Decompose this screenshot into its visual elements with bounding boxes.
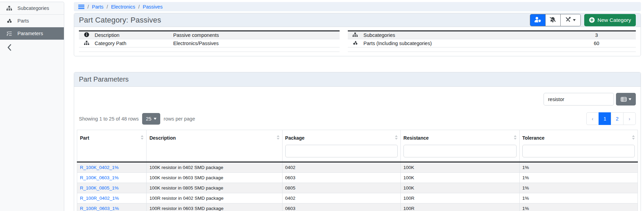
info-row: Subcategories 3 bbox=[348, 31, 636, 39]
table-header-row: Part Description Package bbox=[77, 130, 638, 162]
cell-description: 100K resistor in 0402 SMD package bbox=[147, 162, 282, 173]
column-header-resistance[interactable]: Resistance bbox=[400, 130, 519, 162]
cell-description: 100K resistor in 0603 SMD package bbox=[147, 173, 282, 183]
page-size-value: 25 bbox=[146, 116, 151, 122]
part-parameters-body: Showing 1 to 25 of 48 rows 25 rows per p… bbox=[74, 87, 641, 211]
shapes-icon bbox=[348, 39, 361, 47]
sidebar-item-parts[interactable]: Parts bbox=[0, 15, 64, 27]
part-link[interactable]: R_100K_0603_1% bbox=[80, 175, 119, 180]
column-header-tolerance[interactable]: Tolerance bbox=[519, 130, 638, 162]
info-row: Description Passive components bbox=[79, 31, 340, 39]
showing-rows-text: Showing 1 to 25 of 48 rows bbox=[79, 116, 139, 122]
cell-package: 0402 bbox=[282, 162, 400, 173]
cell-package: 0805 bbox=[282, 183, 400, 193]
chevron-left-icon bbox=[7, 44, 12, 52]
tools-dropdown-button[interactable] bbox=[560, 14, 580, 26]
table-toolbar bbox=[77, 93, 638, 106]
info-row: Category Path Electronics/Passives bbox=[79, 39, 340, 47]
sidebar-item-parameters[interactable]: Parameters bbox=[0, 27, 64, 40]
sidebar: Subcategories Parts Parameters bbox=[0, 2, 64, 211]
info-label: Parts (Including subcategories) bbox=[361, 39, 557, 47]
cell-description: 100K resistor in 0805 SMD package bbox=[147, 183, 282, 193]
filter-tolerance-input[interactable] bbox=[522, 145, 635, 157]
info-label: Description bbox=[92, 31, 170, 39]
list-check-icon bbox=[6, 31, 12, 36]
cell-description: 100R resistor in 0603 SMD package bbox=[147, 203, 282, 211]
sidebar-item-label: Parameters bbox=[17, 31, 43, 36]
pagination: ‹ 1 2 › bbox=[586, 112, 636, 125]
pagination-page-1[interactable]: 1 bbox=[599, 112, 611, 125]
part-parameters-card: Part Parameters Sho bbox=[74, 72, 641, 211]
caret-down-icon bbox=[573, 19, 576, 21]
caret-down-icon bbox=[629, 98, 631, 100]
breadcrumb-separator: / bbox=[87, 4, 89, 10]
sort-icon bbox=[514, 135, 517, 141]
column-header-package[interactable]: Package bbox=[282, 130, 400, 162]
part-link[interactable]: R_100K_0805_1% bbox=[80, 185, 119, 191]
app-root: Subcategories Parts Parameters / bbox=[0, 0, 644, 211]
pagination-info: Showing 1 to 25 of 48 rows 25 rows per p… bbox=[79, 113, 195, 125]
cell-resistance: 100K bbox=[400, 173, 519, 183]
part-link[interactable]: R_100K_0402_1% bbox=[80, 165, 119, 170]
cell-resistance: 100R bbox=[400, 193, 519, 203]
sidebar-item-label: Subcategories bbox=[17, 5, 49, 11]
search-input[interactable] bbox=[544, 93, 614, 106]
sitemap-icon bbox=[6, 6, 12, 11]
info-value: Passive components bbox=[170, 31, 340, 39]
breadcrumb-link-parts[interactable]: Parts bbox=[92, 4, 104, 10]
sidebar-item-subcategories[interactable]: Subcategories bbox=[0, 2, 64, 15]
pagination-page-2[interactable]: 2 bbox=[611, 112, 624, 125]
sidebar-item-label: Parts bbox=[17, 18, 29, 24]
breadcrumb-separator: / bbox=[107, 4, 108, 10]
table-row: R_100K_0603_1% 100K resistor in 0603 SMD… bbox=[77, 173, 638, 183]
sitemap-icon bbox=[79, 39, 92, 47]
hamburger-icon[interactable] bbox=[78, 4, 84, 9]
screwdriver-wrench-icon bbox=[565, 17, 571, 23]
column-label: Part bbox=[80, 135, 89, 141]
cell-resistance: 100R bbox=[400, 203, 519, 211]
new-category-label: New Category bbox=[598, 17, 631, 23]
table-row: R_100R_0603_1% 100R resistor in 0603 SMD… bbox=[77, 203, 638, 211]
user-shield-icon bbox=[534, 17, 541, 24]
part-link[interactable]: R_100R_0402_1% bbox=[80, 196, 119, 201]
part-link[interactable]: R_100R_0603_1% bbox=[80, 206, 119, 211]
page-size-dropdown[interactable]: 25 bbox=[142, 113, 160, 125]
filter-package-input[interactable] bbox=[285, 145, 398, 157]
new-category-button[interactable]: New Category bbox=[584, 14, 636, 26]
panel-title: Part Parameters bbox=[79, 75, 129, 83]
breadcrumb-separator: / bbox=[138, 4, 140, 10]
caret-down-icon bbox=[154, 118, 156, 120]
pagination-prev[interactable]: ‹ bbox=[586, 112, 599, 125]
breadcrumb: / Parts / Electronics / Passives bbox=[74, 2, 641, 11]
info-value: 3 bbox=[557, 31, 636, 39]
pagination-next[interactable]: › bbox=[623, 112, 636, 125]
table-row: R_100K_0402_1% 100K resistor in 0402 SMD… bbox=[77, 162, 638, 173]
header-actions: New Category bbox=[530, 14, 636, 26]
info-value: 60 bbox=[557, 39, 636, 47]
cell-tolerance: 1% bbox=[519, 173, 638, 183]
cell-resistance: 100K bbox=[400, 183, 519, 193]
column-label: Description bbox=[149, 135, 176, 141]
category-card: Part Category: Passives bbox=[74, 13, 641, 56]
cell-tolerance: 1% bbox=[519, 183, 638, 193]
table-meta-row: Showing 1 to 25 of 48 rows 25 rows per p… bbox=[79, 112, 636, 125]
breadcrumb-link-electronics[interactable]: Electronics bbox=[111, 4, 135, 10]
permissions-button[interactable] bbox=[530, 14, 545, 26]
column-label: Resistance bbox=[403, 135, 429, 141]
table-list-icon bbox=[621, 97, 627, 102]
rows-per-page-label: rows per page bbox=[164, 116, 195, 122]
cell-package: 0603 bbox=[282, 203, 400, 211]
column-header-description[interactable]: Description bbox=[147, 130, 282, 162]
column-header-part[interactable]: Part bbox=[77, 130, 147, 162]
filter-resistance-input[interactable] bbox=[403, 145, 517, 157]
columns-dropdown-button[interactable] bbox=[616, 93, 636, 106]
info-circle-icon bbox=[79, 31, 92, 39]
disable-notifications-button[interactable] bbox=[545, 14, 560, 26]
cell-package: 0402 bbox=[282, 193, 400, 203]
shapes-icon bbox=[6, 18, 12, 23]
category-card-body: Description Passive components Category … bbox=[74, 27, 641, 56]
breadcrumb-link-passives[interactable]: Passives bbox=[143, 4, 163, 10]
sidebar-collapse-button[interactable] bbox=[0, 40, 64, 56]
info-value: Electronics/Passives bbox=[170, 39, 340, 47]
info-row: Parts (Including subcategories) 60 bbox=[348, 39, 636, 47]
